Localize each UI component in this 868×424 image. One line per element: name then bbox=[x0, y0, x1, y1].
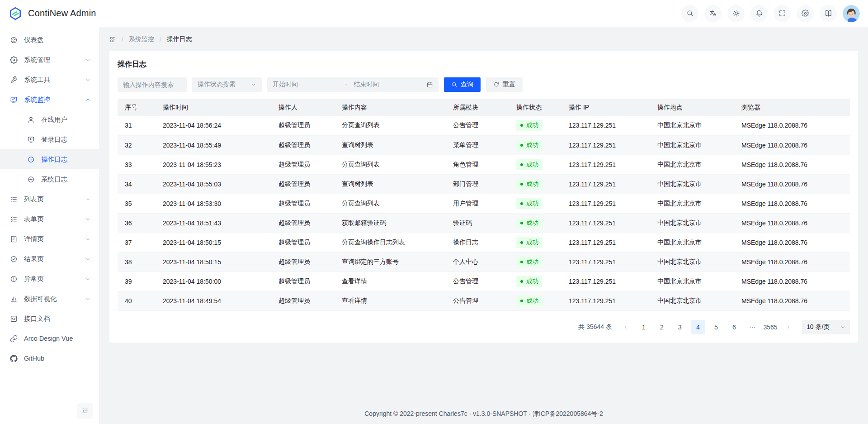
table-row: 342023-11-04 18:55:03超级管理员查询树列表部门管理 成功12… bbox=[118, 174, 850, 194]
status-dot-icon bbox=[520, 144, 523, 147]
status-badge: 成功 bbox=[516, 120, 542, 131]
cell-operator: 超级管理员 bbox=[271, 272, 335, 291]
breadcrumb-separator: / bbox=[122, 36, 123, 43]
sidebar-item-exception-page[interactable]: 异常页 bbox=[0, 269, 99, 289]
sidebar-item-github[interactable]: GitHub bbox=[0, 348, 99, 368]
page-2-button[interactable]: 2 bbox=[655, 320, 669, 334]
cell-location: 中国北京北京市 bbox=[650, 252, 734, 272]
cell-browser: MSEdge 118.0.2088.76 bbox=[734, 233, 850, 252]
cell-status: 成功 bbox=[509, 155, 561, 174]
cell-status: 成功 bbox=[509, 174, 561, 194]
page-1-button[interactable]: 1 bbox=[637, 320, 651, 334]
status-badge: 成功 bbox=[516, 237, 542, 248]
cell-module: 角色管理 bbox=[446, 155, 509, 174]
user-avatar[interactable] bbox=[843, 5, 860, 22]
cell-time: 2023-11-04 18:55:49 bbox=[156, 135, 271, 155]
page-3-button[interactable]: 3 bbox=[673, 320, 687, 334]
sidebar-item-system-management[interactable]: 系统管理 bbox=[0, 50, 99, 70]
page-4-button[interactable]: 4 bbox=[691, 320, 705, 334]
column-header: 操作时间 bbox=[156, 99, 271, 116]
cell-time: 2023-11-04 18:50:15 bbox=[156, 233, 271, 252]
cell-module: 菜单管理 bbox=[446, 135, 509, 155]
fullscreen-button[interactable] bbox=[774, 5, 791, 22]
settings-button[interactable] bbox=[797, 5, 814, 22]
sidebar-collapse-button[interactable] bbox=[77, 403, 93, 419]
app-logo[interactable]: ContiNew Admin bbox=[8, 6, 96, 21]
chevron-down-icon bbox=[85, 236, 91, 242]
status-badge: 成功 bbox=[516, 179, 542, 190]
status-dot-icon bbox=[520, 300, 523, 302]
cell-operator: 超级管理员 bbox=[271, 116, 335, 135]
cell-ip: 123.117.129.251 bbox=[561, 252, 650, 272]
apps-icon[interactable] bbox=[109, 36, 116, 43]
sidebar-item-system-monitor[interactable]: 系统监控 bbox=[0, 90, 99, 110]
docs-button[interactable] bbox=[820, 5, 837, 22]
sidebar-item-online-users[interactable]: 在线用户 bbox=[0, 110, 99, 129]
translate-button[interactable] bbox=[704, 5, 722, 22]
page-5-button[interactable]: 5 bbox=[709, 320, 723, 334]
operation-log-table: 序号操作时间操作人操作内容所属模块操作状态操作 IP操作地点浏览器 312023… bbox=[118, 99, 850, 311]
sidebar-item-detail-page[interactable]: 详情页 bbox=[0, 229, 99, 249]
cell-operator: 超级管理员 bbox=[271, 233, 335, 252]
cell-location: 中国北京北京市 bbox=[650, 135, 734, 155]
sidebar-item-list-page[interactable]: 列表页 bbox=[0, 189, 99, 209]
breadcrumb-item[interactable]: 系统监控 bbox=[129, 35, 154, 43]
reset-button[interactable]: 重置 bbox=[486, 77, 523, 92]
next-page-button[interactable] bbox=[781, 320, 796, 334]
cell-browser: MSEdge 118.0.2088.76 bbox=[734, 135, 850, 155]
theme-toggle-button[interactable] bbox=[727, 5, 745, 22]
sidebar-item-system-log[interactable]: 系统日志 bbox=[0, 169, 99, 189]
cell-module: 公告管理 bbox=[446, 272, 509, 291]
search-button[interactable] bbox=[681, 5, 698, 22]
sidebar-item-label: 操作日志 bbox=[41, 155, 67, 164]
sidebar-item-result-page[interactable]: 结果页 bbox=[0, 249, 99, 269]
date-range-picker[interactable]: 开始时间 - 结束时间 bbox=[267, 77, 439, 92]
cell-browser: MSEdge 118.0.2088.76 bbox=[734, 155, 850, 174]
status-dot-icon bbox=[520, 163, 523, 166]
sidebar-item-api-docs[interactable]: 接口文档 bbox=[0, 309, 99, 329]
history-icon bbox=[27, 156, 35, 163]
cell-content: 查看详情 bbox=[335, 272, 446, 291]
sidebar-item-system-tools[interactable]: 系统工具 bbox=[0, 70, 99, 90]
search-button[interactable]: 查询 bbox=[444, 77, 481, 92]
monitor-icon bbox=[10, 96, 18, 104]
cell-operator: 超级管理员 bbox=[271, 155, 335, 174]
sidebar-item-form-page[interactable]: 表单页 bbox=[0, 209, 99, 229]
cell-browser: MSEdge 118.0.2088.76 bbox=[734, 174, 850, 194]
sidebar-item-arco-design-vue[interactable]: Arco Design Vue bbox=[0, 329, 99, 348]
sidebar-item-login-log[interactable]: 登录日志 bbox=[0, 129, 99, 149]
cell-operator: 超级管理员 bbox=[271, 252, 335, 272]
chart-icon bbox=[10, 295, 18, 303]
cell-status: 成功 bbox=[509, 135, 561, 155]
sidebar-item-data-visualization[interactable]: 数据可视化 bbox=[0, 289, 99, 309]
page-ellipsis-button[interactable]: ··· bbox=[745, 320, 760, 334]
footer: Copyright © 2022-present Charles7c · v1.… bbox=[99, 404, 868, 424]
settings-icon bbox=[10, 56, 18, 64]
sidebar-item-operation-log[interactable]: 操作日志 bbox=[0, 149, 99, 169]
app-title: ContiNew Admin bbox=[28, 8, 96, 19]
cell-operator: 超级管理员 bbox=[271, 213, 335, 233]
chevron-down-icon bbox=[85, 276, 91, 282]
cell-operator: 超级管理员 bbox=[271, 174, 335, 194]
cell-content: 查询绑定的三方账号 bbox=[335, 252, 446, 272]
keyword-search-input[interactable] bbox=[118, 77, 187, 92]
page-size-select[interactable]: 10 条/页 bbox=[802, 320, 850, 334]
cell-content: 分页查询列表 bbox=[335, 194, 446, 213]
notifications-button[interactable] bbox=[750, 5, 768, 22]
page-6-button[interactable]: 6 bbox=[727, 320, 741, 334]
user-icon bbox=[27, 116, 35, 124]
column-header: 操作人 bbox=[271, 99, 335, 116]
prev-page-button[interactable] bbox=[618, 320, 633, 334]
status-select[interactable]: 操作状态搜索 bbox=[192, 77, 262, 92]
cell-browser: MSEdge 118.0.2088.76 bbox=[734, 213, 850, 233]
status-select-placeholder: 操作状态搜索 bbox=[198, 81, 236, 89]
sidebar-item-label: 异常页 bbox=[24, 275, 44, 283]
cell-seq: 38 bbox=[118, 252, 156, 272]
search-icon bbox=[451, 81, 458, 88]
table-row: 382023-11-04 18:50:15超级管理员查询绑定的三方账号个人中心 … bbox=[118, 252, 850, 272]
sidebar-item-dashboard[interactable]: 仪表盘 bbox=[0, 30, 99, 50]
copyright-text: Copyright © 2022-present Charles7c · v1.… bbox=[364, 410, 603, 417]
page-3565-button[interactable]: 3565 bbox=[763, 320, 778, 334]
cell-location: 中国北京北京市 bbox=[650, 174, 734, 194]
status-badge: 成功 bbox=[516, 159, 542, 170]
